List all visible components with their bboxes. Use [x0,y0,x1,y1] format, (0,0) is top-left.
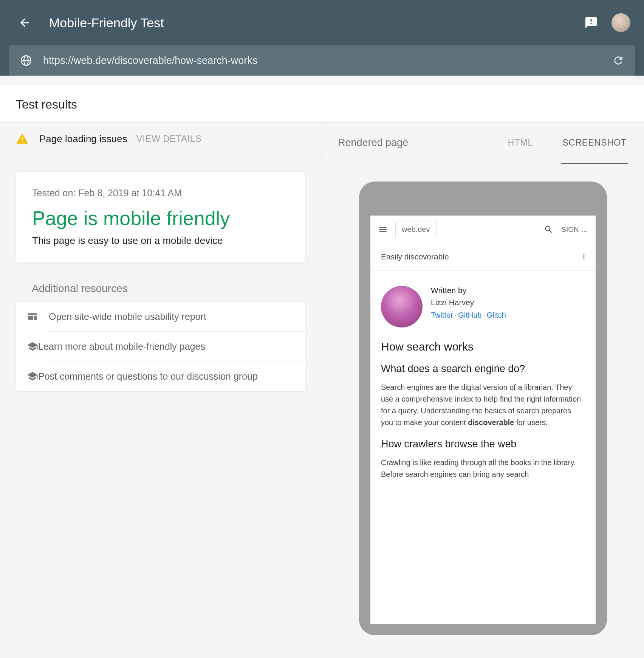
webpage-icon [27,311,38,322]
url-bar [9,45,635,76]
mobile-h2: How crawlers browse the web [381,438,585,450]
resource-item-discuss[interactable]: Post comments or questions to our discus… [49,361,305,391]
app-title: Mobile-Friendly Test [49,16,584,30]
mobile-header: web.dev SIGN … [370,216,596,243]
resource-item-report[interactable]: Open site-wide mobile usability report [16,302,305,331]
url-input[interactable] [43,55,612,67]
tab-html[interactable]: HTML [506,132,535,153]
tab-screenshot[interactable]: SCREENSHOT [561,132,628,164]
right-header: Rendered page HTML SCREENSHOT [322,123,644,163]
result-title: Page is mobile friendly [32,207,289,230]
resources-list: Open site-wide mobile usability report L… [16,301,306,391]
mobile-h2: What does a search engine do? [381,363,585,375]
mobile-paragraph: Search engines are the digital version o… [381,382,585,428]
refresh-icon [612,54,624,67]
written-by-label: Written by [431,286,506,295]
author-links: Twitter · GitHub · Glitch [431,311,506,320]
globe-icon [20,54,33,67]
resource-label: Post comments or questions to our discus… [38,371,258,382]
phone-frame: web.dev SIGN … Easily discoverable I [359,182,607,635]
refresh-button[interactable] [612,54,624,67]
arrow-left-icon [18,16,31,29]
author-avatar [381,286,423,327]
feedback-icon [584,16,598,29]
app-header: Mobile-Friendly Test [0,0,644,76]
preview-tabs: HTML SCREENSHOT [506,132,628,153]
right-panel: Rendered page HTML SCREENSHOT web.dev SI… [322,123,644,653]
issues-bar: Page loading issues VIEW DETAILS [0,123,322,155]
issues-label: Page loading issues [39,133,127,145]
warning-icon [16,132,29,145]
resource-label: Open site-wide mobile usability report [49,311,206,322]
mobile-h1: How search works [381,340,585,353]
user-avatar[interactable] [611,13,630,32]
author-link-twitter: Twitter [431,311,453,319]
tested-on-text: Tested on: Feb 8, 2019 at 10:41 AM [32,188,289,199]
mobile-breadcrumb: Easily discoverable I [370,243,596,271]
view-details-button[interactable]: VIEW DETAILS [136,133,201,144]
content-area: Page loading issues VIEW DETAILS Tested … [0,123,644,653]
result-card: Tested on: Feb 8, 2019 at 10:41 AM Page … [16,171,306,263]
mobile-url-chip: web.dev [395,222,437,237]
author-link-glitch: Glitch [487,311,506,319]
resource-label: Learn more about mobile-friendly pages [38,341,205,352]
school-icon [27,341,38,352]
result-subtitle: This page is easy to use on a mobile dev… [32,235,289,247]
phone-screen: web.dev SIGN … Easily discoverable I [370,216,596,624]
back-button[interactable] [14,12,36,34]
author-name: Lizzi Harvey [431,298,506,307]
resource-item-learn[interactable]: Learn more about mobile-friendly pages [49,331,305,361]
mobile-paragraph: Crawling is like reading through all the… [381,457,585,480]
author-link-github: GitHub [458,311,481,319]
school-icon [27,371,38,382]
rendered-page-label: Rendered page [338,137,506,149]
mobile-signin: SIGN … [561,225,588,234]
mobile-author-block: Written by Lizzi Harvey Twitter · GitHub… [381,286,585,327]
feedback-button[interactable] [584,16,598,29]
top-bar: Mobile-Friendly Test [0,0,644,45]
section-title: Test results [0,85,644,123]
hamburger-icon [378,225,388,234]
left-panel: Page loading issues VIEW DETAILS Tested … [0,123,322,653]
additional-resources-title: Additional resources [32,282,306,295]
search-icon [544,225,554,234]
